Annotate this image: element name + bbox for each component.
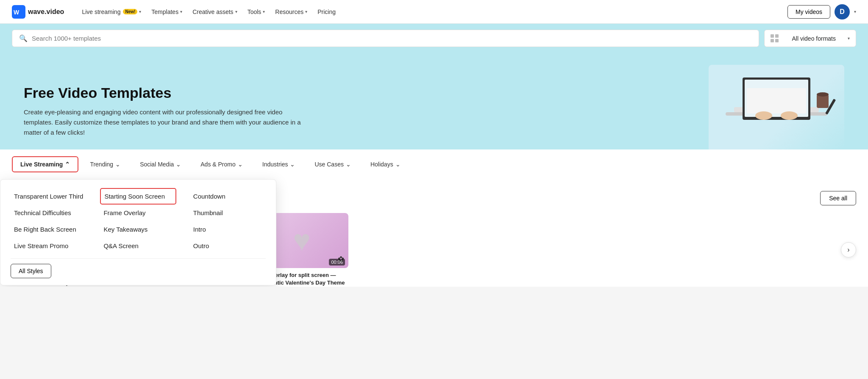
nav-item-resources[interactable]: Resources ▾ [271,6,312,18]
hero-banner: Free Video Templates Create eye-pleasing… [12,53,856,149]
tab-label-holidays: Holidays [370,161,393,168]
dropdown-col-1: Transparent Lower Third Technical Diffic… [11,188,86,254]
hero-text: Free Video Templates Create eye-pleasing… [24,85,709,149]
tab-chevron-holidays-icon: ⌄ [395,161,401,168]
tab-ads-promo[interactable]: Ads & Promo ⌄ [192,156,250,172]
nav-item-live-streaming[interactable]: Live streaming New! ▾ [78,6,145,18]
format-select[interactable]: All video formats ▾ [764,30,856,47]
nav-item-pricing[interactable]: Pricing [313,6,340,18]
tab-holidays[interactable]: Holidays ⌄ [362,156,409,172]
dropdown-item-live-stream-promo[interactable]: Live Stream Promo [11,238,86,254]
hero-title: Free Video Templates [24,85,709,101]
dropdown-item-thumbnail[interactable]: Thumbnail [190,205,266,221]
svg-point-8 [781,111,798,120]
new-badge: New! [123,9,137,14]
svg-point-7 [755,111,772,120]
tab-chevron-social-icon: ⌄ [176,161,181,168]
avatar[interactable]: D [835,4,850,19]
dropdown-item-technical-difficulties[interactable]: Technical Difficulties [11,205,86,221]
nav-label-templates: Templates [151,8,178,15]
tab-trending[interactable]: Trending ⌄ [82,156,128,172]
chevron-icon-resources: ▾ [305,9,307,14]
dropdown-item-transparent-lower-third[interactable]: Transparent Lower Third [11,188,86,205]
chevron-icon-live: ▾ [139,9,141,14]
hero-illustration [709,65,844,149]
dropdown-item-key-takeaways[interactable]: Key Takeaways [100,221,176,238]
format-chevron-icon: ▾ [848,36,850,41]
chevron-icon-templates: ▾ [180,9,182,14]
tab-industries[interactable]: Industries ⌄ [254,156,303,172]
navbar: W wave.video Live streaming New! ▾ Templ… [0,0,868,24]
nav-label-resources: Resources [275,8,303,15]
tab-label-live-streaming: Live Streaming [20,161,63,168]
search-row: 🔍 All video formats ▾ [12,30,856,53]
tab-chevron-usecases-icon: ⌄ [346,161,351,168]
tab-chevron-trending-icon: ⌄ [115,161,120,168]
logo-text: wave.video [28,8,64,16]
tab-label-social-media: Social Media [140,161,174,168]
svg-point-10 [817,92,829,97]
next-arrow-button[interactable]: › [841,242,856,257]
all-styles-button[interactable]: All Styles [11,264,51,278]
dropdown-item-qa-screen[interactable]: Q&A Screen [100,238,176,254]
nav-label-live-streaming: Live streaming [82,8,120,15]
svg-rect-6 [747,88,806,113]
overlay-heart-icon: ♥ [293,224,311,257]
see-all-button[interactable]: See all [820,191,856,205]
dropdown-item-starting-soon[interactable]: Starting Soon Screen [100,188,176,205]
search-icon: 🔍 [19,34,28,42]
my-videos-button[interactable]: My videos [787,5,830,19]
tab-social-media[interactable]: Social Media ⌄ [132,156,189,172]
nav-item-templates[interactable]: Templates ▾ [147,6,186,18]
nav-item-creative-assets[interactable]: Creative assets ▾ [188,6,241,18]
wave-logo-icon: W [12,5,25,19]
dropdown-item-be-right-back[interactable]: Be Right Back Screen [11,221,86,238]
dropdown-item-outro[interactable]: Outro [190,238,266,254]
navbar-nav: Live streaming New! ▾ Templates ▾ Creati… [78,6,787,18]
hero-image [709,65,844,149]
dropdown-item-frame-overlay[interactable]: Frame Overlay [100,205,176,221]
tab-chevron-ads-icon: ⌄ [238,161,243,168]
chevron-icon-creative: ▾ [235,9,237,14]
card-duration-overlay: 00:06 [329,259,345,266]
nav-item-tools[interactable]: Tools ▾ [243,6,270,18]
tab-use-cases[interactable]: Use Cases ⌄ [306,156,359,172]
svg-text:W: W [14,9,19,16]
tab-label-trending: Trending [90,161,113,168]
chevron-icon-tools: ▾ [263,9,265,14]
dropdown-footer: All Styles [11,258,266,278]
dropdown-item-intro[interactable]: Intro [190,221,266,238]
nav-right: My videos D ▾ [787,4,856,19]
tab-label-ads-promo: Ads & Promo [200,161,235,168]
dropdown-col-3: Countdown Thumbnail Intro Outro [190,188,266,254]
search-input[interactable] [32,35,752,42]
grid-icon [771,34,779,42]
tab-chevron-industries-icon: ⌄ [290,161,295,168]
nav-label-tools: Tools [248,8,262,15]
nav-label-pricing: Pricing [317,8,336,15]
dropdown-item-countdown[interactable]: Countdown [190,188,266,205]
search-section: 🔍 All video formats ▾ Free Video Templat… [0,24,868,149]
tabs-section: Live Streaming ⌃ Trending ⌄ Social Media… [0,149,868,179]
avatar-chevron-icon[interactable]: ▾ [854,9,856,14]
format-label: All video formats [792,35,836,42]
dropdown-grid: Transparent Lower Third Technical Diffic… [11,188,266,254]
nav-label-creative-assets: Creative assets [192,8,233,15]
search-box[interactable]: 🔍 [12,30,759,47]
dropdown-col-2: Starting Soon Screen Frame Overlay Key T… [100,188,176,254]
tab-chevron-live-icon: ⌃ [65,161,70,168]
tab-label-use-cases: Use Cases [314,161,343,168]
dropdown-menu: Transparent Lower Third Technical Diffic… [0,179,276,285]
tab-label-industries: Industries [262,161,288,168]
logo[interactable]: W wave.video [12,5,64,19]
tab-live-streaming[interactable]: Live Streaming ⌃ [12,156,78,172]
hero-description: Create eye-pleasing and engaging video c… [24,107,312,138]
